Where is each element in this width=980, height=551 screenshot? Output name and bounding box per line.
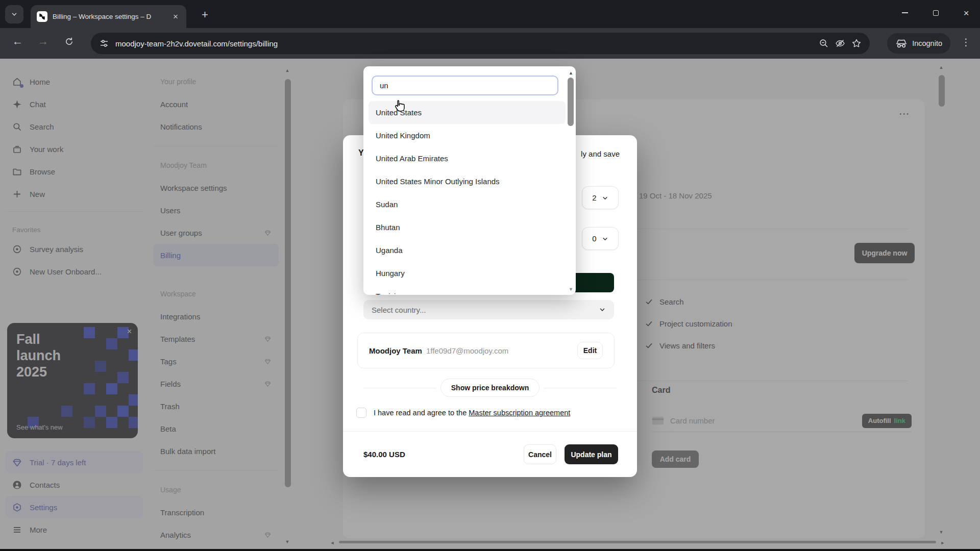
dovetail-favicon [37, 11, 47, 22]
agreement-checkbox[interactable] [356, 408, 366, 418]
modal-footer: $40.00 USD Cancel Update plan [343, 431, 637, 477]
country-option-label: Tunisia [376, 292, 400, 295]
country-option-label: Hungary [376, 269, 405, 278]
zoom-out-icon[interactable] [819, 38, 829, 48]
country-option-united-arab-emirates[interactable]: United Arab Emirates [369, 147, 566, 170]
country-option-united-states-minor-outlying-islands[interactable]: United States Minor Outlying Islands [369, 170, 566, 193]
extra-seats-select[interactable]: 0 [582, 227, 619, 250]
tab-search-button[interactable] [5, 5, 23, 23]
billing-contact-box: Moodjoy Team 1ffe09d7@moodjoy.com Edit [357, 333, 615, 368]
window-close-button[interactable]: × [960, 6, 973, 19]
agreement-link[interactable]: Master subscription agreement [469, 409, 570, 417]
agreement-row: I have read and agree to the Master subs… [356, 408, 570, 418]
country-option-label: United States Minor Outlying Islands [376, 177, 500, 186]
agreement-text: I have read and agree to the Master subs… [374, 409, 570, 417]
country-option-sudan[interactable]: Sudan [369, 193, 566, 216]
edit-contact-button[interactable]: Edit [577, 342, 603, 359]
country-option-bhutan[interactable]: Bhutan [369, 216, 566, 239]
reload-icon [64, 37, 74, 46]
browser-window: Billing – Workspace settings – D × + × ←… [0, 0, 980, 551]
window-edge [0, 549, 980, 551]
total-price: $40.00 USD [363, 450, 524, 459]
back-button[interactable]: ← [12, 35, 23, 47]
country-option-label: United Arab Emirates [376, 154, 448, 163]
seats-value: 2 [592, 193, 596, 202]
country-option-label: Bhutan [376, 223, 400, 232]
window-controls: × [898, 6, 973, 19]
scroll-down-arrow[interactable]: ▼ [569, 287, 573, 292]
minimize-button[interactable] [898, 6, 912, 19]
billing-contact-email: 1ffe09d7@moodjoy.com [426, 346, 573, 355]
country-option-label: Uganda [376, 246, 403, 255]
forward-button[interactable]: → [38, 35, 48, 47]
billing-contact-name: Moodjoy Team [369, 346, 422, 355]
bookmark-star-icon[interactable] [851, 38, 862, 48]
seats-select[interactable]: 2 [582, 186, 619, 209]
agreement-prefix: I have read and agree to the [374, 409, 469, 417]
address-bar[interactable]: moodjoy-team-2h2v.dovetail.com/settings/… [91, 33, 870, 54]
price-breakdown-row: Show price breakdown [363, 379, 617, 397]
site-settings-icon[interactable] [99, 38, 109, 48]
maximize-button[interactable] [929, 6, 942, 19]
incognito-label: Incognito [912, 39, 942, 47]
chevron-down-icon [11, 11, 18, 18]
tab-close-icon[interactable]: × [171, 11, 180, 22]
scroll-up-arrow[interactable]: ▲ [569, 70, 573, 76]
chevron-down-icon [602, 235, 608, 242]
cancel-button[interactable]: Cancel [524, 444, 556, 464]
country-select-placeholder: Select country... [372, 306, 426, 314]
tab-bar: Billing – Workspace settings – D × + × [0, 0, 980, 28]
scrollbar-thumb[interactable] [568, 78, 574, 126]
incognito-icon [895, 39, 908, 48]
update-plan-button[interactable]: Update plan [565, 444, 618, 464]
chevron-down-icon [602, 194, 608, 201]
new-tab-button[interactable]: + [202, 8, 208, 21]
url-text[interactable]: moodjoy-team-2h2v.dovetail.com/settings/… [115, 39, 813, 48]
browser-menu-button[interactable]: ⋮ [961, 36, 971, 48]
browser-toolbar: ← → moodjoy-team-2h2v.dovetail.com/setti… [0, 28, 980, 59]
country-option-uganda[interactable]: Uganda [369, 239, 566, 262]
divider [544, 388, 617, 388]
eye-off-icon[interactable] [835, 38, 845, 48]
country-select-field[interactable]: Select country... [363, 300, 614, 319]
extra-seats-value: 0 [592, 234, 596, 243]
chevron-down-icon [599, 306, 606, 313]
country-option-hungary[interactable]: Hungary [369, 262, 566, 285]
country-option-label: Sudan [376, 200, 398, 209]
divider [363, 388, 436, 388]
country-list: United StatesUnited KingdomUnited Arab E… [369, 101, 566, 295]
reload-button[interactable] [64, 37, 74, 49]
country-option-united-kingdom[interactable]: United Kingdom [369, 124, 566, 147]
browser-tab[interactable]: Billing – Workspace settings – D × [31, 5, 186, 28]
tab-title: Billing – Workspace settings – D [53, 13, 166, 20]
country-option-tunisia[interactable]: Tunisia [369, 285, 566, 295]
yearly-save-label: ly and save [581, 149, 620, 158]
mouse-cursor [392, 98, 407, 114]
incognito-badge: Incognito [887, 33, 950, 54]
country-option-label: United Kingdom [376, 131, 430, 140]
country-search-input[interactable] [372, 76, 558, 95]
show-price-breakdown-button[interactable]: Show price breakdown [440, 379, 540, 397]
